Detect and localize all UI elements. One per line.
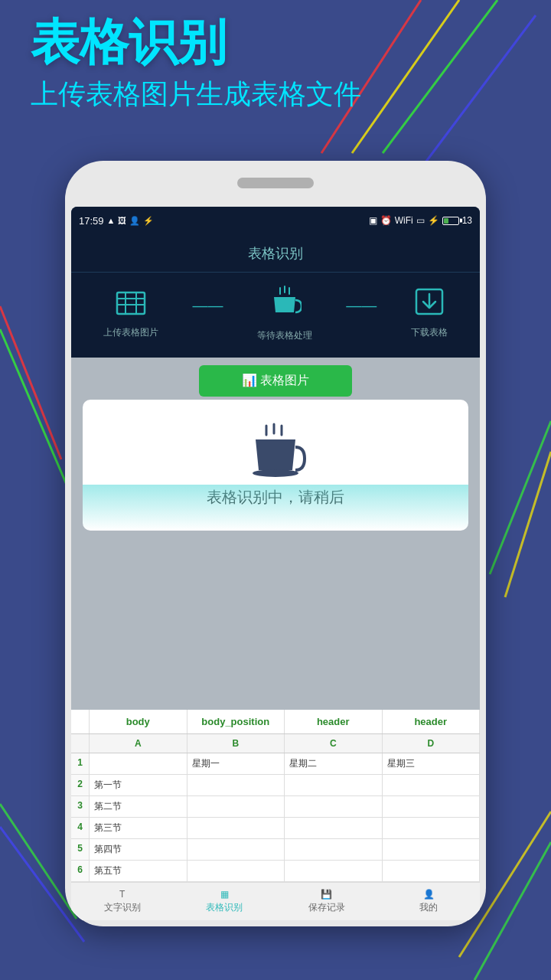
- upload-status-icon: ▲: [107, 216, 116, 225]
- image-icon: 🖼: [118, 216, 126, 225]
- table-header-row: body body_position header header: [71, 710, 480, 734]
- charge-icon: ⚡: [428, 215, 439, 226]
- content-wrapper: 📊 表格图片: [71, 358, 480, 920]
- col-c-header: C: [285, 734, 383, 753]
- row5-b: [187, 839, 285, 860]
- table-header-empty: [71, 710, 90, 733]
- row2-d: [383, 775, 481, 795]
- status-right: ▣ ⏰ WiFi ▭ ⚡ 13: [369, 215, 472, 226]
- step-process-label: 等待表格处理: [257, 329, 312, 342]
- row-num-1: 1: [71, 753, 90, 774]
- nav-profile-icon: 👤: [423, 889, 435, 900]
- app-title: 表格识别: [248, 244, 303, 263]
- status-bar: 17:59 ▲ 🖼 👤 ⚡ ▣ ⏰ WiFi ▭ ⚡ 13: [71, 207, 480, 234]
- bottom-nav: T 文字识别 ▦ 表格识别 💾 保存记录: [71, 882, 480, 920]
- table-row: 2 第一节: [71, 775, 480, 796]
- step-divider-2: ——: [346, 297, 377, 315]
- step-upload: 上传表格图片: [103, 288, 158, 339]
- sub-title: 上传表格图片生成表格文件: [31, 77, 551, 113]
- table-row: 6 第五节: [71, 861, 480, 882]
- row6-b: [187, 861, 285, 881]
- user-icon: 👤: [129, 216, 140, 226]
- table-row: 1 星期一 星期二 星期三: [71, 753, 480, 775]
- nav-ocr[interactable]: T 文字识别: [71, 889, 174, 914]
- phone-frame: 17:59 ▲ 🖼 👤 ⚡ ▣ ⏰ WiFi ▭ ⚡ 13: [65, 161, 486, 926]
- row2-a: 第一节: [90, 775, 187, 795]
- col-a-header: A: [90, 734, 187, 753]
- processing-cup-icon: [245, 423, 306, 487]
- main-title: 表格识别: [31, 15, 551, 69]
- row2-b: [187, 775, 285, 795]
- row4-a: 第三节: [90, 818, 187, 838]
- battery-icon: [442, 217, 459, 225]
- table-header-header2: header: [383, 710, 481, 733]
- row1-a: [90, 753, 187, 774]
- nav-ocr-label: 文字识别: [104, 901, 141, 914]
- svg-line-5: [0, 329, 69, 490]
- processing-dialog: 表格识别中，请稍后: [83, 400, 468, 531]
- scan-beam: [83, 485, 468, 531]
- row4-b: [187, 818, 285, 838]
- row6-c: [285, 861, 383, 881]
- upload-button[interactable]: 📊 表格图片: [199, 365, 352, 397]
- step-download-label: 下载表格: [411, 326, 448, 339]
- row3-b: [187, 796, 285, 817]
- svg-line-4: [0, 306, 61, 459]
- row2-c: [285, 775, 383, 795]
- row4-d: [383, 818, 481, 838]
- row3-c: [285, 796, 383, 817]
- row1-b: 星期一: [187, 753, 285, 774]
- nav-table[interactable]: ▦ 表格识别: [174, 889, 276, 914]
- step-download: 下载表格: [411, 288, 448, 339]
- nav-profile[interactable]: 👤 我的: [378, 889, 481, 914]
- steps-area: 上传表格图片 ——: [71, 273, 480, 358]
- table-row: 5 第四节: [71, 839, 480, 861]
- svg-rect-12: [117, 292, 145, 314]
- upload-table-icon: [116, 288, 146, 320]
- row-num-3: 3: [71, 796, 90, 817]
- svg-line-6: [490, 421, 551, 574]
- row3-d: [383, 796, 481, 817]
- nav-records-label: 保存记录: [308, 901, 345, 914]
- battery-percent: 13: [462, 215, 472, 226]
- content-area: 📊 表格图片: [71, 358, 480, 920]
- row6-d: [383, 861, 481, 881]
- table-header-body-position: body_position: [187, 710, 285, 733]
- row1-c: 星期二: [285, 753, 383, 774]
- svg-point-25: [253, 469, 298, 477]
- usb-icon: ⚡: [143, 216, 154, 226]
- table-subheader: A B C D: [71, 734, 480, 753]
- alarm-icon: ⏰: [380, 215, 392, 226]
- row-num-6: 6: [71, 861, 90, 881]
- wifi-icon: WiFi: [395, 215, 413, 226]
- row-num-2: 2: [71, 775, 90, 795]
- row1-d: 星期三: [383, 753, 481, 774]
- row6-a: 第五节: [90, 861, 187, 881]
- phone-speaker: [237, 178, 314, 188]
- table-preview: body body_position header header A B C D: [71, 710, 480, 920]
- time-display: 17:59: [79, 215, 104, 227]
- nav-profile-label: 我的: [419, 901, 438, 914]
- nav-table-icon: ▦: [220, 889, 229, 900]
- svg-line-10: [474, 842, 551, 980]
- status-left: 17:59 ▲ 🖼 👤 ⚡: [79, 215, 154, 227]
- nav-records[interactable]: 💾 保存记录: [276, 889, 378, 914]
- table-header-body: body: [90, 710, 187, 733]
- app-header: 表格识别: [71, 234, 480, 273]
- step-upload-label: 上传表格图片: [103, 326, 158, 339]
- row5-a: 第四节: [90, 839, 187, 860]
- signal-icon: ▭: [416, 215, 425, 226]
- row5-d: [383, 839, 481, 860]
- row-num-5: 5: [71, 839, 90, 860]
- svg-line-7: [505, 452, 551, 597]
- phone-screen: 17:59 ▲ 🖼 👤 ⚡ ▣ ⏰ WiFi ▭ ⚡ 13: [71, 207, 480, 920]
- step-divider-1: ——: [193, 297, 223, 315]
- row5-c: [285, 839, 383, 860]
- step-process: 等待表格处理: [257, 285, 312, 342]
- table-header-header1: header: [285, 710, 383, 733]
- nav-records-icon: 💾: [321, 889, 332, 900]
- upload-btn-label: 📊 表格图片: [242, 374, 309, 387]
- table-row: 3 第二节: [71, 796, 480, 818]
- process-cup-icon: [268, 285, 302, 323]
- table-subheader-empty: [71, 734, 90, 753]
